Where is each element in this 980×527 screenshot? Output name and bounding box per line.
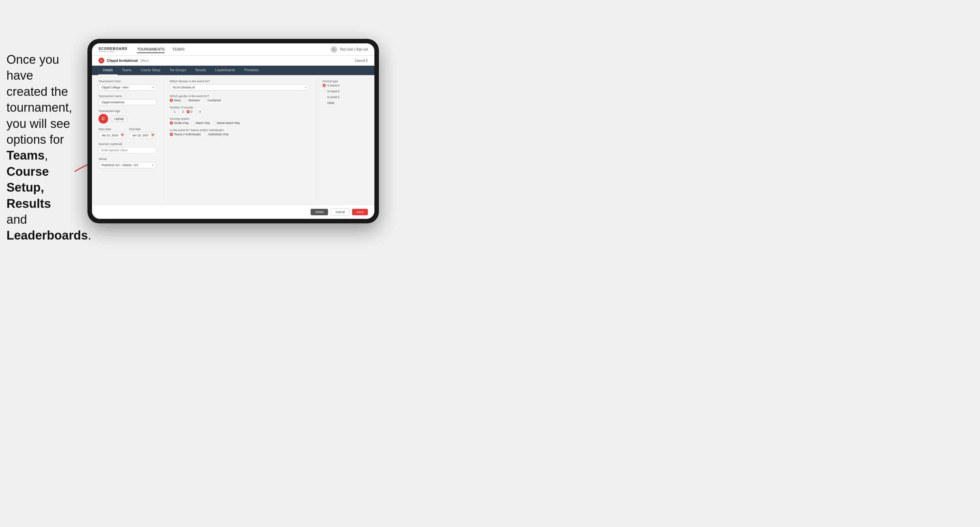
rounds-radio-group: 1 2 3 4 (170, 110, 309, 113)
app-logo: SCOREBOARD Powered by clippd (99, 47, 127, 52)
tablet-device: SCOREBOARD Powered by clippd TOURNAMENTS… (88, 39, 379, 223)
rounds-1-radio[interactable] (170, 110, 173, 113)
tab-teams[interactable]: Teams (118, 66, 136, 75)
breadcrumb: C Clippd Invitational (Men) (99, 58, 149, 63)
tournament-icon: C (99, 58, 104, 63)
gender-mens-option[interactable]: Mens (170, 99, 181, 102)
division-label: Which division is the event for? (170, 79, 309, 83)
gender-mens-radio[interactable] (170, 99, 173, 102)
sponsor-input[interactable] (99, 147, 156, 154)
teams-plus-individuals-option[interactable]: Teams (+Individuals) (170, 133, 201, 136)
sponsor-label: Sponsor (optional) (99, 143, 156, 146)
teams-individuals-group: Is this event for Teams and/or Individua… (170, 129, 309, 136)
format-5count4-radio[interactable] (323, 84, 326, 87)
venue-group: Venue Peachtree GC - Atlanta - GA (99, 157, 156, 168)
gender-combined-radio[interactable] (203, 99, 206, 102)
tournament-host-label: Tournament Host (99, 79, 156, 83)
middle-column: Which division is the event for? NCAA Di… (163, 79, 316, 201)
gender-radio-group: Mens Womens Combined (170, 99, 309, 102)
gender-combined-label: Combined (207, 99, 221, 102)
tournament-host-select[interactable]: Clippd College - Men (99, 84, 156, 90)
rounds-3-option[interactable]: 3 (186, 110, 192, 113)
format-other-label: Other (328, 101, 335, 105)
upload-button[interactable]: Upload (111, 116, 127, 122)
logo-sub: Powered by clippd (99, 51, 127, 52)
rounds-2-radio[interactable] (178, 110, 181, 113)
venue-select[interactable]: Peachtree GC - Atlanta - GA (99, 162, 156, 168)
footer-bar: Delete Cancel Save (92, 205, 374, 219)
format-5count4-option[interactable]: 5 count 4 (323, 84, 368, 87)
rounds-4-radio[interactable] (195, 110, 198, 113)
main-nav: TOURNAMENTS TEAMS (137, 46, 185, 53)
end-date-group: End date 📅 (129, 127, 157, 138)
rounds-group: Number of rounds 1 2 3 (170, 106, 309, 113)
logo-upload-area: C Upload (99, 114, 156, 124)
tab-printables[interactable]: Printables (240, 66, 263, 75)
teams-plus-individuals-radio[interactable] (170, 133, 173, 136)
nav-teams[interactable]: TEAMS (172, 46, 185, 53)
gender-combined-option[interactable]: Combined (203, 99, 221, 102)
scoring-match-radio[interactable] (191, 121, 195, 125)
rounds-4-label: 4 (199, 110, 201, 113)
format-6count4-option[interactable]: 6 count 4 (323, 90, 368, 93)
format-6count5-radio[interactable] (323, 95, 326, 99)
rounds-1-option[interactable]: 1 (170, 110, 175, 113)
tournament-sub: (Men) (140, 59, 149, 62)
end-date-label: End date (129, 127, 157, 131)
tournament-name: Clippd Invitational (107, 59, 138, 62)
main-content: Tournament Host Clippd College - Men Tou… (92, 75, 374, 205)
user-sign-out[interactable]: Test User | Sign out (340, 48, 368, 51)
logo-circle: C (99, 114, 108, 124)
scoring-stroke-option[interactable]: Stroke Play (170, 121, 189, 125)
individuals-only-option[interactable]: Individuals Only (204, 133, 229, 136)
start-date-label: Start date (99, 127, 126, 131)
format-other-radio[interactable] (323, 101, 326, 105)
logo-title: SCOREBOARD (99, 47, 127, 51)
save-button[interactable]: Save (352, 209, 368, 215)
cancel-button[interactable]: Cancel (331, 208, 350, 216)
breadcrumb-row: C Clippd Invitational (Men) Cancel X (92, 56, 374, 66)
user-avatar: U (331, 46, 337, 53)
tab-details[interactable]: Details (99, 66, 118, 75)
scoring-medal-option[interactable]: Medal Match Play (213, 121, 240, 125)
gender-womens-label: Womens (188, 99, 200, 102)
intro-text: Once you have created the tournament, yo… (0, 45, 78, 250)
format-5count4-label: 5 count 4 (328, 84, 339, 87)
tab-course-setup[interactable]: Course Setup (136, 66, 165, 75)
gender-label: Which gender is the event for? (170, 95, 309, 98)
scoring-stroke-radio[interactable] (170, 121, 173, 125)
tournament-name-group: Tournament name (99, 95, 156, 106)
tournament-name-input[interactable] (99, 99, 156, 106)
scoring-match-option[interactable]: Match Play (191, 121, 210, 125)
format-6count4-radio[interactable] (323, 90, 326, 93)
rounds-2-option[interactable]: 2 (178, 110, 184, 113)
division-group: Which division is the event for? NCAA Di… (170, 79, 309, 90)
scoring-stroke-label: Stroke Play (174, 121, 189, 125)
tournament-logo-group: Tournament logo C Upload (99, 110, 156, 124)
format-other-option[interactable]: Other (323, 101, 368, 105)
scoring-match-label: Match Play (196, 121, 210, 125)
nav-tournaments[interactable]: TOURNAMENTS (137, 46, 164, 53)
format-6count4-label: 6 count 4 (328, 90, 339, 93)
scoring-medal-radio[interactable] (213, 121, 216, 125)
format-6count5-option[interactable]: 6 count 5 (323, 95, 368, 99)
left-column: Tournament Host Clippd College - Men Tou… (99, 79, 163, 201)
tab-tee-groups[interactable]: Tee Groups (165, 66, 191, 75)
app-header: SCOREBOARD Powered by clippd TOURNAMENTS… (92, 43, 374, 56)
tab-results[interactable]: Results (191, 66, 210, 75)
delete-button[interactable]: Delete (310, 209, 328, 215)
tab-leaderboards[interactable]: Leaderboards (210, 66, 240, 75)
right-column: Format type 5 count 4 6 count 4 6 count … (316, 79, 368, 201)
gender-womens-radio[interactable] (184, 99, 188, 102)
rounds-4-option[interactable]: 4 (195, 110, 201, 113)
gender-womens-option[interactable]: Womens (184, 99, 200, 102)
gender-mens-label: Mens (174, 99, 181, 102)
header-right: U Test User | Sign out (331, 46, 368, 53)
division-select[interactable]: NCAA Division III (170, 84, 309, 90)
sponsor-group: Sponsor (optional) (99, 143, 156, 154)
rounds-3-radio[interactable] (186, 110, 190, 113)
cancel-x-button[interactable]: Cancel X (355, 59, 368, 62)
individuals-only-radio[interactable] (204, 133, 207, 136)
date-row: Start date 📅 End date 📅 (99, 127, 156, 143)
tab-bar: Details Teams Course Setup Tee Groups Re… (92, 66, 374, 75)
